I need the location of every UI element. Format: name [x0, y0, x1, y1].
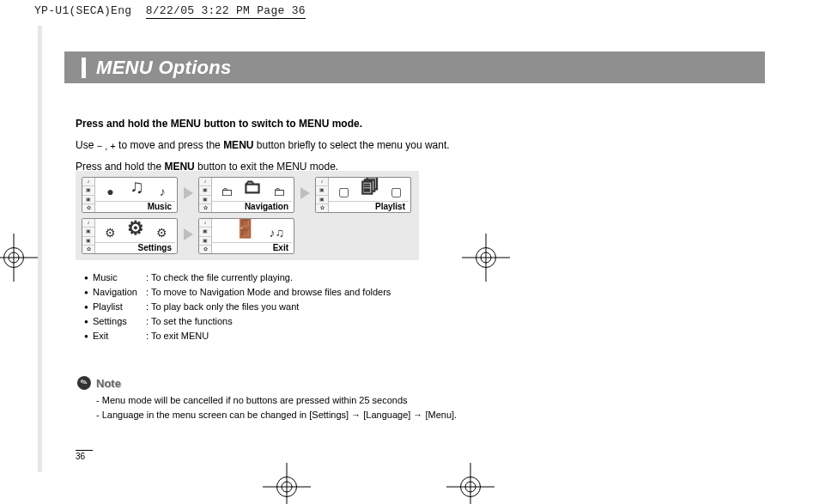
playlist-icon: ▢🗐▢ [332, 179, 407, 198]
manual-page: YP-U1(SECA)Eng 8/22/05 3:22 PM Page 36 M… [0, 0, 819, 504]
list-item: Navigation: To move to Navigation Mode a… [84, 285, 391, 300]
note-line-2: - Language in the menu screen can be cha… [96, 408, 457, 422]
print-slug: YP-U1(SECA)Eng 8/22/05 3:22 PM Page 36 [34, 4, 306, 17]
screen-settings-label: Settings [95, 242, 175, 252]
menu-item-list: Music: To check the file currently playi… [84, 270, 391, 343]
minus-plus-icon: − , + [97, 140, 116, 153]
screens-row-1: ♪▣▣✿ ●♫♪ Music ♪▣▣✿ 🗀🗀🗀 Navigation ♪▣▣✿ … [82, 177, 413, 213]
exit-icon: 🚪♪♫ [215, 221, 290, 240]
list-item: Settings: To set the functions [84, 314, 391, 329]
list-item: Music: To check the file currently playi… [84, 270, 391, 285]
screen-playlist: ♪▣▣✿ ▢🗐▢ Playlist [315, 177, 411, 213]
list-item: Exit: To exit MENU [84, 329, 391, 343]
intro-line-1: Press and hold the MENU button to switch… [76, 117, 522, 131]
slug-file: YP-U1(SECA)Eng [34, 4, 131, 17]
screen-exit: ♪▣▣✿ 🚪♪♫ Exit [198, 218, 294, 254]
pencil-icon: ✎ [76, 374, 94, 392]
note-label: Note [96, 377, 121, 390]
registration-mark-icon [462, 234, 510, 282]
screens-row-2: ♪▣▣✿ ⚙⚙⚙ Settings ♪▣▣✿ 🚪♪♫ Exit [82, 218, 413, 254]
title-bar: MENU Options [64, 52, 765, 83]
arrow-icon [179, 228, 197, 244]
folder-icon: 🗀🗀🗀 [215, 179, 290, 198]
screen-music-label: Music [95, 201, 175, 211]
screen-settings: ♪▣▣✿ ⚙⚙⚙ Settings [82, 218, 178, 254]
registration-mark-icon [0, 234, 38, 282]
title-tick [82, 58, 86, 78]
page-title: MENU Options [96, 57, 232, 79]
screen-navigation-label: Navigation [212, 201, 292, 211]
note-line-1: - Menu mode will be cancelled if no butt… [96, 393, 457, 408]
registration-mark-icon [263, 463, 311, 504]
arrow-icon [296, 187, 313, 203]
intro-line-2: Use − , + to move and press the MENU but… [76, 138, 522, 152]
music-icon: ●♫♪ [99, 179, 173, 198]
screen-navigation: ♪▣▣✿ 🗀🗀🗀 Navigation [198, 177, 294, 213]
screen-exit-label: Exit [212, 242, 292, 252]
note-block: ✎ Note - Menu mode will be cancelled if … [77, 376, 457, 422]
slug-timestamp: 8/22/05 3:22 PM Page 36 [146, 4, 306, 19]
screen-music: ♪▣▣✿ ●♫♪ Music [82, 177, 178, 213]
gear-icon: ⚙⚙⚙ [99, 221, 173, 240]
left-margin-bar [38, 26, 42, 472]
screen-playlist-label: Playlist [329, 201, 409, 211]
page-number: 36 [76, 450, 93, 461]
menu-screens-diagram: ♪▣▣✿ ●♫♪ Music ♪▣▣✿ 🗀🗀🗀 Navigation ♪▣▣✿ … [76, 171, 419, 260]
arrow-icon [179, 187, 197, 203]
list-item: Playlist: To play back only the files yo… [84, 300, 391, 314]
registration-mark-icon [446, 463, 494, 504]
